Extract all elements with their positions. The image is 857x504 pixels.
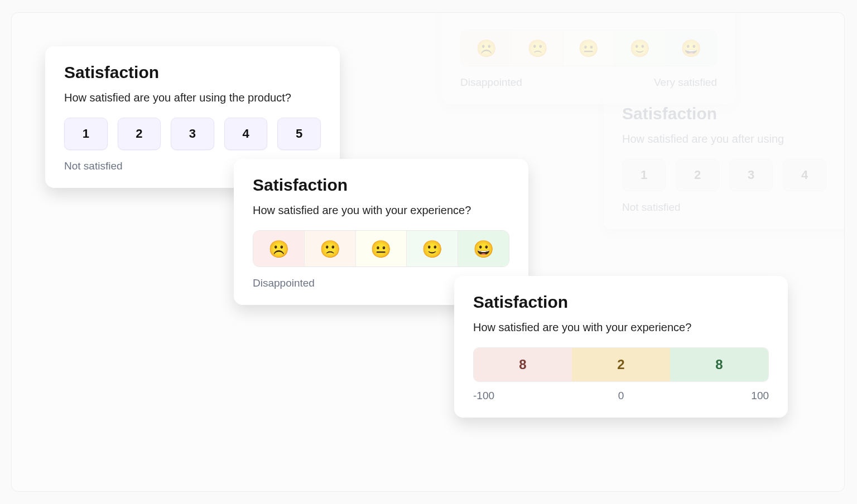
emoji-caption-row-bg: Disappointed Very satisfied (460, 76, 717, 89)
nps-scale-min: -100 (473, 390, 572, 402)
emoji-option-4-bg[interactable]: 🙂 (614, 30, 666, 66)
satisfaction-nps-card: Satisfaction How satisfied are you with … (454, 276, 788, 418)
numeric-caption-row-bg: Not satisfied (622, 201, 845, 214)
nps-passives-segment[interactable]: 2 (572, 348, 670, 381)
emoji-caption-right-bg: Very satisfied (589, 76, 717, 89)
nps-promoters-segment[interactable]: 8 (670, 348, 768, 381)
numeric-rating-row-bg: 1 2 3 4 (622, 159, 845, 191)
card-title: Satisfaction (64, 63, 321, 82)
nps-scale-labels: -100 0 100 (473, 390, 769, 402)
emoji-rating-segmented: ☹️ 🙁 😐 🙂 😀 (253, 230, 509, 267)
emoji-option-2[interactable]: 🙁 (305, 231, 356, 266)
emoji-option-5[interactable]: 😀 (458, 231, 509, 266)
rating-button-5[interactable]: 5 (277, 118, 321, 150)
emoji-option-3[interactable]: 😐 (356, 231, 407, 266)
rating-button-2[interactable]: 2 (118, 118, 161, 150)
card-title: Satisfaction (622, 104, 845, 123)
numeric-caption-left-bg: Not satisfied (622, 201, 845, 214)
rating-button-3[interactable]: 3 (171, 118, 214, 150)
emoji-option-1-bg[interactable]: ☹️ (461, 30, 512, 66)
nps-detractors-segment[interactable]: 8 (474, 348, 572, 381)
emoji-option-3-bg[interactable]: 😐 (564, 30, 615, 66)
emoji-rating-segmented: ☹️ 🙁 😐 🙂 😀 (460, 30, 717, 66)
card-question: How satisfied are you after using (622, 131, 845, 147)
rating-button-1[interactable]: 1 (64, 118, 108, 150)
rating-button-4[interactable]: 4 (224, 118, 268, 150)
rating-button-3-bg[interactable]: 3 (729, 159, 773, 191)
satisfaction-numeric-card-bg: Satisfaction How satisfied are you after… (603, 88, 845, 229)
rating-button-1-bg[interactable]: 1 (622, 159, 666, 191)
card-question: How satisfied are you with your experien… (473, 319, 769, 335)
numeric-rating-row: 1 2 3 4 5 (64, 118, 321, 150)
nps-scale-max: 100 (670, 390, 769, 402)
rating-button-2-bg[interactable]: 2 (676, 159, 719, 191)
emoji-option-4[interactable]: 🙂 (407, 231, 458, 266)
rating-button-4-bg[interactable]: 4 (783, 159, 826, 191)
card-title: Satisfaction (253, 176, 509, 195)
emoji-caption-left-bg: Disappointed (460, 76, 589, 89)
emoji-option-2-bg[interactable]: 🙁 (512, 30, 564, 66)
card-question: How satisfied are you with your experien… (253, 202, 509, 218)
emoji-option-1[interactable]: ☹️ (253, 231, 305, 266)
nps-summary-bar: 8 2 8 (473, 347, 769, 382)
card-question: How satisfied are you after using the pr… (64, 90, 321, 105)
card-title: Satisfaction (473, 293, 769, 312)
emoji-option-5-bg[interactable]: 😀 (666, 30, 716, 66)
example-frame: ☹️ 🙁 😐 🙂 😀 Disappointed Very satisfied S… (11, 12, 845, 492)
nps-scale-mid: 0 (572, 390, 671, 402)
